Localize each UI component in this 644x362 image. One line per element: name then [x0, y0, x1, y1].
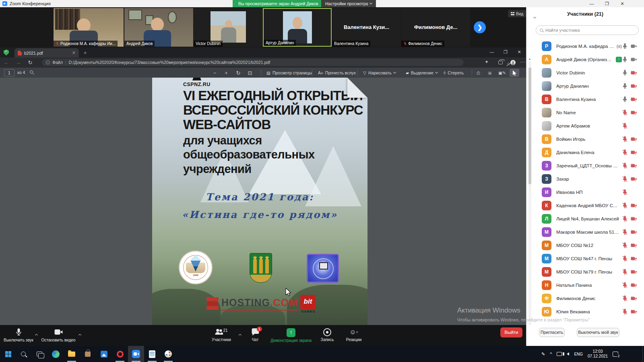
participant-camera-icon[interactable]	[631, 309, 637, 315]
participant-row[interactable]: М МБОУ СОШ №79 г. Пензы	[526, 265, 642, 278]
participant-row[interactable]: А Андрей Диков (Организатор) ↑	[526, 53, 642, 66]
participant-row[interactable]: Д Данилкина Елена	[526, 146, 642, 159]
participant-row[interactable]: М МБОУ СОШ №12	[526, 239, 642, 252]
taskbar-edge[interactable]	[51, 349, 60, 359]
participant-camera-icon[interactable]	[631, 229, 637, 235]
fit-page-icon[interactable]: ⊡	[248, 70, 252, 76]
participant-row[interactable]: Л Лицей №4, Букшнан Алексей	[526, 212, 642, 225]
taskbar-explorer[interactable]	[67, 349, 76, 359]
cursor-tool-button[interactable]	[510, 69, 519, 77]
zoom-in-icon[interactable]: ＋	[224, 69, 229, 76]
video-tile-1[interactable]: Родионов М.А. кафедры Ии...	[54, 8, 124, 47]
stop-video-button[interactable]: Остановить видео	[40, 328, 76, 342]
participant-mic-icon[interactable]	[622, 123, 628, 129]
participant-row[interactable]: К Каденков Андрей МБОУ СОШ ...	[526, 199, 642, 212]
participant-mic-icon[interactable]	[622, 176, 628, 182]
participant-mic-icon[interactable]	[622, 269, 628, 275]
participant-row[interactable]: И Иванова НП	[526, 185, 642, 199]
invite-button[interactable]: Пригласить	[539, 328, 565, 337]
participant-mic-icon[interactable]	[622, 309, 628, 315]
participant-mic-icon[interactable]	[622, 282, 628, 288]
participant-mic-icon[interactable]	[622, 162, 628, 169]
video-options-chevron[interactable]	[78, 334, 81, 337]
participant-camera-icon[interactable]	[631, 295, 637, 301]
language-indicator[interactable]: ENG	[574, 352, 583, 356]
participant-camera-icon[interactable]	[631, 162, 637, 169]
share-screen-button[interactable]: ↑ Демонстрация экрана	[268, 328, 314, 343]
participant-mic-icon[interactable]	[622, 83, 628, 89]
participant-row[interactable]: В Валентина Кузина	[526, 93, 642, 106]
browser-minimize-button[interactable]: —	[487, 49, 497, 54]
hidden-icons-chevron[interactable]: ^	[550, 352, 552, 356]
participant-row[interactable]: Р Родионов М.А. кафедра Ии... (я)	[526, 39, 642, 53]
participant-mic-icon[interactable]	[622, 96, 628, 102]
taskbar-paint-app[interactable]	[163, 349, 173, 359]
participant-mic-icon[interactable]	[622, 242, 628, 248]
participant-mic-icon[interactable]	[622, 202, 628, 208]
browser-tab[interactable]: b2021.pdf ✕	[14, 48, 79, 58]
draw-button[interactable]: ▽Нарисовать	[363, 68, 396, 78]
video-tile-5[interactable]: Валентина Кузи... Валентина Кузина	[332, 8, 401, 47]
participant-camera-icon[interactable]	[631, 109, 637, 115]
taskbar-document-app[interactable]	[147, 349, 157, 359]
taskbar-store[interactable]	[83, 349, 93, 359]
restore-button[interactable]: ❐	[602, 0, 612, 7]
participant-row[interactable]: Артур Данилин	[526, 79, 642, 93]
taskbar-photos[interactable]	[99, 349, 109, 359]
chevron-down-icon[interactable]	[435, 71, 438, 74]
task-view-button[interactable]	[35, 349, 44, 359]
read-aloud-button[interactable]: A»Прочесть вслух	[318, 68, 356, 78]
participant-row[interactable]: З Захар	[526, 172, 642, 185]
mute-button[interactable]: Выключить звук	[2, 328, 35, 342]
mute-my-audio-button[interactable]: Выключить мой звук	[577, 328, 619, 337]
participant-camera-icon[interactable]	[631, 269, 637, 275]
participant-mic-icon[interactable]	[622, 136, 628, 142]
participant-mic-icon[interactable]	[622, 56, 628, 62]
participant-camera-icon[interactable]	[631, 242, 637, 248]
search-icon[interactable]	[30, 70, 33, 74]
participant-row[interactable]: М МБОУ СОШ №47 г. Пензы	[526, 252, 642, 265]
video-tile-4-active-speaker[interactable]: Артур Данилин	[263, 8, 332, 47]
back-button[interactable]: ←	[0, 60, 12, 66]
tray-pen-icon[interactable]: ✎	[541, 352, 545, 357]
chat-button[interactable]: 1 Чат	[245, 328, 266, 342]
pdf-viewer[interactable]: CSPNZ.RU VI ЕЖЕГОДНЫЙ ОТКРЫТЫЙ ВСЕРОССИЙ…	[0, 78, 526, 325]
next-videos-button[interactable]: ❯	[474, 21, 486, 33]
participant-mic-icon[interactable]	[622, 70, 628, 76]
chevron-down-icon[interactable]	[393, 71, 396, 74]
participants-button[interactable]: 21 Участники	[203, 328, 239, 342]
participant-row[interactable]: Н Наталья Панина	[526, 278, 642, 292]
participant-camera-icon[interactable]	[631, 96, 637, 102]
address-bar[interactable]: i Файл | D:/Документы%202020/Конкурсы/73…	[42, 59, 464, 66]
forward-button[interactable]: →	[12, 60, 24, 66]
participant-mic-icon[interactable]	[622, 189, 628, 195]
mic-options-chevron[interactable]	[35, 334, 38, 337]
close-button[interactable]: ✕	[617, 0, 627, 7]
participant-camera-icon[interactable]	[631, 202, 637, 208]
view-options-button[interactable]: Настройки просмотра	[321, 0, 376, 7]
zoom-out-icon[interactable]: −	[213, 70, 217, 76]
minimize-button[interactable]: —	[587, 0, 597, 7]
taskbar-search-button[interactable]	[19, 349, 28, 359]
new-tab-button[interactable]: ＋	[83, 49, 88, 56]
print-icon[interactable]: ⎙	[477, 68, 480, 78]
video-tile-3[interactable]: Victor Dubinin	[194, 8, 262, 47]
participant-mic-icon[interactable]	[622, 255, 628, 261]
participant-mic-icon[interactable]	[622, 149, 628, 155]
page-number-input[interactable]: 1	[4, 69, 14, 76]
participant-camera-icon[interactable]	[631, 56, 637, 62]
page-view-button[interactable]: ▤Просмотр страницы	[266, 68, 312, 78]
leave-meeting-button[interactable]: Выйти	[500, 327, 522, 337]
participant-camera-icon[interactable]	[631, 176, 637, 182]
participant-row[interactable]: М Макаров Максим школа 51 г.П...	[526, 225, 642, 239]
menu-dots-icon[interactable]: ···	[520, 59, 526, 65]
show-desktop-button[interactable]	[642, 346, 644, 362]
participant-row[interactable]: Ф Филимонов Денис	[526, 292, 642, 305]
participant-mic-icon[interactable]	[622, 295, 628, 301]
participant-row[interactable]: Ю Юлия Векакина	[526, 305, 642, 318]
taskbar-clock[interactable]: 12:0307.12.2021	[588, 349, 608, 359]
rotate-icon[interactable]: ↻	[236, 70, 241, 76]
search-participant-input[interactable]: Найти участника	[536, 25, 639, 35]
record-button[interactable]: Запись	[316, 328, 338, 342]
profile-avatar[interactable]	[510, 60, 516, 65]
